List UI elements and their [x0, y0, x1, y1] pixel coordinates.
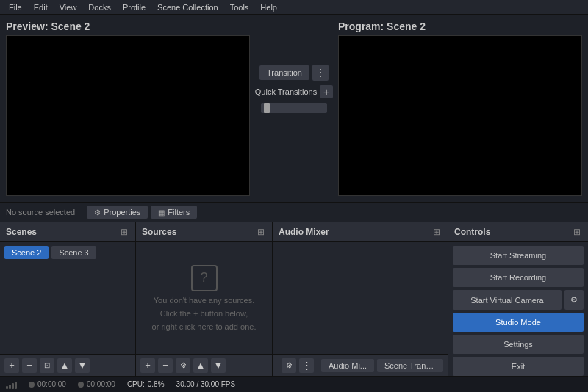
scenes-dock-footer: + − ⊡ ▲ ▼	[0, 354, 135, 376]
preview-area: Preview: Scene 2 Transition ⋮ Quick Tran…	[0, 15, 588, 202]
move-scene-down-button[interactable]: ▼	[75, 358, 90, 373]
no-source-label: No source selected	[6, 208, 75, 217]
settings-button[interactable]: Settings	[453, 335, 584, 354]
cpu-value: 0.8%	[148, 380, 165, 388]
move-scene-up-button[interactable]: ▲	[57, 358, 72, 373]
audio-mixer-dock-header: Audio Mixer ⊞	[273, 222, 448, 242]
sources-empty-line2: Click the + button below,	[160, 309, 248, 318]
menubar: File Edit View Docks Profile Scene Colle…	[0, 0, 588, 15]
preview-title: Preview: Scene 2	[6, 21, 250, 32]
scenes-dock-menu-button[interactable]: ⊞	[119, 225, 129, 239]
bar1	[6, 386, 8, 389]
audio-menu-button[interactable]: ⋮	[299, 358, 314, 373]
bar2	[9, 385, 11, 389]
audio-mixer-actions: ⚙ ⋮	[277, 354, 318, 377]
menu-scene-collection[interactable]: Scene Collection	[151, 0, 224, 15]
scene-transitions-tab[interactable]: Scene Transiti...	[377, 359, 443, 372]
audio-mixer-dock-content	[273, 242, 448, 354]
controls-buttons: Start Streaming Start Recording Start Vi…	[448, 242, 588, 376]
cpu-label: CPU:	[127, 380, 145, 388]
scene-tab-scene3[interactable]: Scene 3	[51, 246, 96, 259]
filter-scene-button[interactable]: ⊡	[40, 358, 54, 373]
filters-button[interactable]: ▦ Filters	[151, 206, 197, 219]
sources-dock-footer: + − ⚙ ▲ ▼	[136, 354, 272, 376]
exit-button[interactable]: Exit	[453, 357, 584, 376]
menu-edit[interactable]: Edit	[28, 0, 54, 15]
streaming-time-label: 00:00:00	[37, 380, 66, 388]
sources-empty-state: ? You don't have any sources. Click the …	[136, 242, 272, 354]
start-streaming-button[interactable]: Start Streaming	[453, 246, 584, 265]
properties-button[interactable]: ⚙ Properties	[87, 206, 148, 219]
gear-icon: ⚙	[94, 208, 101, 217]
preview-video[interactable]	[6, 35, 250, 196]
signal-bars-icon	[6, 380, 17, 389]
preview-panel: Preview: Scene 2	[6, 21, 250, 196]
audio-mixer-dock: Audio Mixer ⊞ ⚙ ⋮ Audio Mi... Scene Tran…	[273, 222, 448, 376]
transition-button[interactable]: Transition	[259, 65, 309, 80]
sources-dock-title: Sources	[142, 227, 176, 237]
source-settings-button[interactable]: ⚙	[176, 358, 190, 373]
virtual-camera-settings-button[interactable]: ⚙	[564, 290, 584, 310]
transition-area: Transition ⋮ Quick Transitions +	[250, 21, 338, 196]
streaming-time-status: 00:00:00	[29, 380, 66, 388]
scenes-dock-header: Scenes ⊞	[0, 222, 135, 242]
remove-scene-button[interactable]: −	[22, 358, 37, 373]
menu-file[interactable]: File	[3, 0, 28, 15]
source-bar: No source selected ⚙ Properties ▦ Filter…	[0, 202, 588, 222]
recording-dot	[78, 382, 84, 388]
question-icon: ?	[191, 265, 218, 291]
sources-empty-line3: or right click here to add one.	[152, 322, 257, 331]
sources-dock-content[interactable]: ? You don't have any sources. Click the …	[136, 242, 272, 354]
audio-settings-button[interactable]: ⚙	[282, 358, 296, 373]
sources-empty-line1: You don't have any sources.	[154, 296, 254, 305]
scene-tabs-container: Scene 2 Scene 3	[0, 242, 135, 264]
controls-dock-title: Controls	[454, 227, 490, 237]
move-source-down-button[interactable]: ▼	[211, 358, 226, 373]
bar3	[12, 383, 14, 389]
controls-dock-content: Start Streaming Start Recording Start Vi…	[448, 242, 588, 376]
menu-profile[interactable]: Profile	[117, 0, 151, 15]
audio-mixer-dock-menu-button[interactable]: ⊞	[431, 225, 442, 239]
controls-dock: Controls ⊞ Start Streaming Start Recordi…	[448, 222, 588, 376]
quick-transitions-label: Quick Transitions	[255, 87, 317, 96]
statusbar: 00:00:00 00:00:00 CPU: 0.8% 30.00 / 30.0…	[0, 376, 588, 392]
sources-dock: Sources ⊞ ? You don't have any sources. …	[136, 222, 273, 376]
scenes-dock-content: Scene 2 Scene 3	[0, 242, 135, 354]
fps-label: 30.00 / 30.00 FPS	[176, 380, 236, 388]
filter-icon: ▦	[158, 208, 165, 217]
bar4	[15, 382, 17, 389]
recording-time-status: 00:00:00	[78, 380, 115, 388]
add-source-button[interactable]: +	[140, 358, 155, 373]
cpu-status: CPU: 0.8%	[127, 380, 165, 388]
add-scene-button[interactable]: +	[4, 358, 19, 373]
program-panel: Program: Scene 2	[338, 21, 582, 196]
audio-mixer-dock-footer: ⚙ ⋮ Audio Mi... Scene Transiti...	[273, 354, 448, 376]
move-source-up-button[interactable]: ▲	[193, 358, 208, 373]
sources-dock-header: Sources ⊞	[136, 222, 272, 242]
menu-tools[interactable]: Tools	[224, 0, 255, 15]
recording-time-label: 00:00:00	[87, 380, 115, 388]
controls-dock-menu-button[interactable]: ⊞	[572, 225, 582, 239]
studio-mode-button[interactable]: Studio Mode	[453, 313, 584, 332]
controls-dock-header: Controls ⊞	[448, 222, 588, 242]
program-video[interactable]	[338, 35, 582, 196]
signal-status	[6, 380, 17, 389]
audio-mixer-dock-title: Audio Mixer	[279, 227, 329, 237]
remove-source-button[interactable]: −	[158, 358, 173, 373]
virtual-camera-row: Start Virtual Camera ⚙	[453, 290, 584, 310]
menu-view[interactable]: View	[54, 0, 83, 15]
add-quick-transition-button[interactable]: +	[320, 85, 333, 98]
sources-dock-menu-button[interactable]: ⊞	[256, 225, 266, 239]
audio-mixer-tab[interactable]: Audio Mi...	[321, 359, 374, 372]
fps-status: 30.00 / 30.00 FPS	[176, 380, 236, 388]
transition-slider[interactable]	[261, 103, 327, 113]
streaming-dot	[29, 382, 35, 388]
program-title: Program: Scene 2	[338, 21, 582, 32]
scene-tab-scene2[interactable]: Scene 2	[4, 246, 49, 259]
start-recording-button[interactable]: Start Recording	[453, 268, 584, 287]
menu-docks[interactable]: Docks	[82, 0, 117, 15]
start-virtual-camera-button[interactable]: Start Virtual Camera	[453, 290, 562, 310]
transition-menu-button[interactable]: ⋮	[312, 65, 329, 81]
menu-help[interactable]: Help	[254, 0, 283, 15]
scenes-dock: Scenes ⊞ Scene 2 Scene 3 + − ⊡ ▲ ▼	[0, 222, 136, 376]
